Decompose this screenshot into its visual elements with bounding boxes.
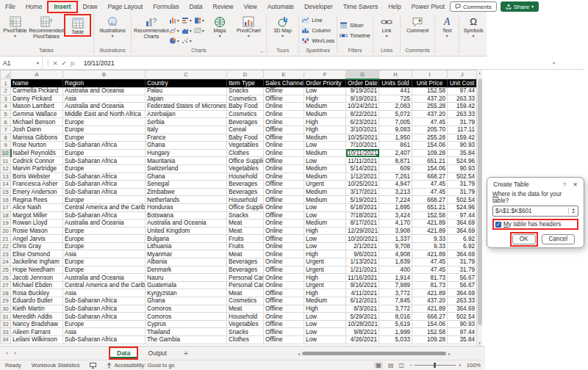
cell-G2[interactable]: 9/19/2021 <box>346 87 379 95</box>
cell-E3[interactable]: Offline <box>264 95 304 103</box>
cell-B10[interactable]: Europe <box>63 149 146 157</box>
cell-H4[interactable]: 2,083 <box>379 103 412 111</box>
cell-F21[interactable]: Low <box>304 235 346 243</box>
recommended-pivottables-button[interactable]: ? Recommended PivotTables <box>29 14 64 39</box>
cell-H24[interactable]: 1,839 <box>379 258 412 266</box>
cell-F10[interactable]: Medium <box>304 149 346 157</box>
cell-A4[interactable]: Mason Lambert <box>11 103 63 111</box>
cell-G20[interactable]: 12/29/2021 <box>346 227 379 235</box>
cell-D16[interactable]: Household <box>227 196 264 204</box>
cell-G19[interactable]: 8/17/2021 <box>346 220 379 228</box>
cell-C3[interactable]: Japan <box>146 95 227 103</box>
cell-G7[interactable]: 3/10/2021 <box>346 126 379 134</box>
cell-H27[interactable]: 7,989 <box>379 281 412 289</box>
cell-I1[interactable]: Unit Price <box>412 79 448 87</box>
scatter-chart-button[interactable]: ▾ <box>182 36 194 46</box>
cell-F33[interactable]: Low <box>304 328 346 336</box>
cell-J20[interactable]: 364.69 <box>448 227 477 235</box>
cell-I9[interactable]: 154.06 <box>412 142 448 150</box>
cell-E21[interactable]: Offline <box>264 235 304 243</box>
cell-G8[interactable]: 10/25/2021 <box>346 134 379 142</box>
cell-F11[interactable]: Low <box>304 157 346 165</box>
cell-F20[interactable]: High <box>304 227 346 235</box>
cell-J34[interactable]: 35.84 <box>448 336 477 344</box>
cell-G4[interactable]: 10/24/2021 <box>346 103 379 111</box>
bar-chart-button[interactable]: ▾ <box>182 15 194 26</box>
cell-B27[interactable]: Central America and the Caribbean <box>63 281 146 289</box>
headers-checkbox-row[interactable]: ✓ My table has headers <box>492 219 578 230</box>
cell-I4[interactable]: 255.28 <box>412 103 448 111</box>
cell-G11[interactable]: 11/11/2021 <box>346 157 379 165</box>
cell-G27[interactable]: 9/16/2021 <box>346 281 379 289</box>
cell-H25[interactable]: 400 <box>379 266 412 274</box>
cell-C22[interactable]: Lithuania <box>146 242 227 250</box>
cell-H30[interactable]: 3,772 <box>379 305 412 313</box>
cell-G32[interactable]: 10/28/2021 <box>346 320 379 328</box>
share-button[interactable]: Share ▾ <box>501 1 539 12</box>
comments-button[interactable]: Comments <box>450 1 497 12</box>
row-header-30[interactable]: 30 <box>1 305 11 313</box>
cell-E28[interactable]: Offline <box>264 289 304 297</box>
cell-G17[interactable]: 6/18/2021 <box>346 203 379 211</box>
cell-E33[interactable]: Offline <box>264 328 304 336</box>
cell-D4[interactable]: Baby Food <box>227 103 264 111</box>
cell-I3[interactable]: 437.20 <box>412 95 448 103</box>
cell-D17[interactable]: Office Supplies <box>227 203 264 211</box>
range-picker-icon[interactable]: ↥ <box>568 208 578 214</box>
cell-D1[interactable]: Item Type <box>227 79 264 87</box>
cell-I15[interactable]: 47.45 <box>412 188 448 196</box>
cell-E27[interactable]: Online <box>264 281 304 289</box>
add-sheet-button[interactable]: + <box>184 349 188 358</box>
cell-D26[interactable]: Personal Care <box>227 274 264 282</box>
cell-B33[interactable]: Asia <box>63 328 146 336</box>
cell-C10[interactable]: Hungary <box>146 149 227 157</box>
cell-I33[interactable]: 152.58 <box>412 328 448 336</box>
menu-tab-automate[interactable]: Automate <box>262 0 299 13</box>
cell-E15[interactable]: Online <box>264 188 304 196</box>
cell-E23[interactable]: Online <box>264 250 304 258</box>
pivottable-button[interactable]: PivotTable ▾ <box>1 14 29 38</box>
cell-I13[interactable]: 668.27 <box>412 173 448 181</box>
cell-I12[interactable]: 154.06 <box>412 164 448 173</box>
cell-B28[interactable]: Asia <box>63 289 146 297</box>
cell-B8[interactable]: Europe <box>63 134 146 142</box>
cell-G34[interactable]: 4/26/2021 <box>346 336 379 344</box>
cell-E26[interactable]: Online <box>264 274 304 282</box>
cell-A15[interactable]: Emery Anderson <box>11 188 63 196</box>
cell-E31[interactable]: Online <box>264 313 304 321</box>
timeline-button[interactable]: Timeline <box>340 31 370 40</box>
cell-C31[interactable]: Comoros <box>146 313 227 321</box>
cell-G1[interactable]: Order Date <box>346 79 379 87</box>
cell-I17[interactable]: 651.21 <box>412 203 448 211</box>
cell-B18[interactable]: Sub-Saharan Africa <box>63 211 146 220</box>
cell-D22[interactable]: Fruits <box>227 242 264 250</box>
cell-H9[interactable]: 861 <box>379 142 412 150</box>
cell-J29[interactable]: 263.33 <box>448 297 477 305</box>
cell-J4[interactable]: 159.42 <box>448 103 477 111</box>
cell-F28[interactable]: High <box>304 289 346 297</box>
cell-I31[interactable]: 668.27 <box>412 313 448 321</box>
row-header-7[interactable]: 7 <box>1 126 11 134</box>
cell-J19[interactable]: 364.69 <box>448 220 477 228</box>
cell-A22[interactable]: Chris Gray <box>11 242 63 250</box>
cell-A30[interactable]: Kieth Martin <box>11 305 63 313</box>
row-header-24[interactable]: 24 <box>1 258 11 266</box>
row-header-3[interactable]: 3 <box>1 95 11 103</box>
cell-E25[interactable]: Offline <box>264 266 304 274</box>
cell-D15[interactable]: Beverages <box>227 188 264 196</box>
cell-D20[interactable]: Meat <box>227 227 264 235</box>
row-header-5[interactable]: 5 <box>1 110 11 118</box>
cell-B11[interactable]: Sub-Saharan Africa <box>63 157 146 165</box>
cancel-entry-icon[interactable]: ✕ <box>52 59 57 67</box>
cell-D10[interactable]: Clothes <box>227 149 264 157</box>
cell-B3[interactable]: Asia <box>63 95 146 103</box>
cell-D9[interactable]: Vegetables <box>227 142 264 150</box>
cell-E2[interactable]: Offline <box>264 87 304 95</box>
cell-G14[interactable]: 10/25/2021 <box>346 181 379 189</box>
row-header-31[interactable]: 31 <box>1 313 11 321</box>
cell-D27[interactable]: Personal Care <box>227 281 264 289</box>
cell-F25[interactable]: Urgent <box>304 266 346 274</box>
menu-tab-help[interactable]: Help <box>383 0 406 13</box>
cell-A3[interactable]: Danny Pickard <box>11 95 63 103</box>
cell-F14[interactable]: Urgent <box>304 181 346 189</box>
